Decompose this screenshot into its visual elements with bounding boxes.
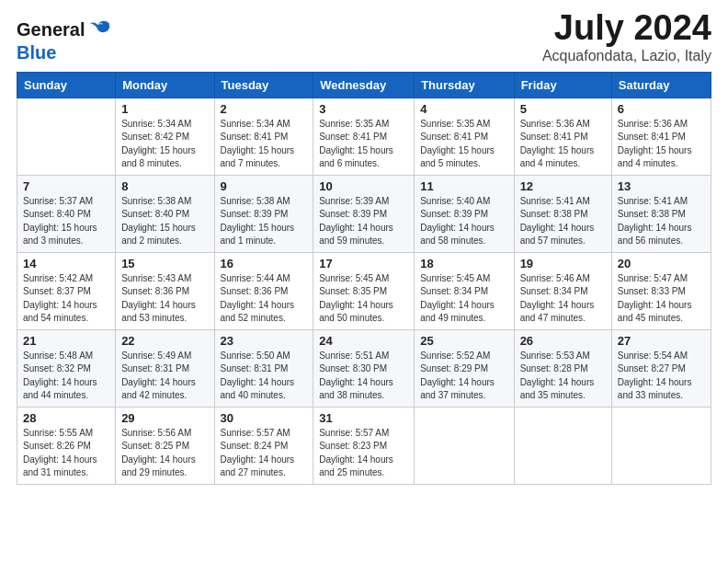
day-number: 16 (221, 257, 308, 270)
day-number: 4 (420, 102, 507, 116)
day-number: 15 (121, 257, 208, 270)
day-info: Sunrise: 5:51 AMSunset: 8:30 PMDaylight:… (319, 350, 408, 403)
day-number: 29 (121, 411, 208, 425)
day-number: 10 (319, 179, 408, 193)
calendar-cell: 8Sunrise: 5:38 AMSunset: 8:40 PMDaylight… (116, 175, 214, 252)
day-info: Sunrise: 5:43 AMSunset: 8:36 PMDaylight:… (121, 272, 208, 326)
calendar-cell: 22Sunrise: 5:49 AMSunset: 8:31 PMDayligh… (116, 329, 214, 407)
title-block: July 2024 Acquafondata, Lazio, Italy (542, 9, 711, 64)
day-info: Sunrise: 5:55 AMSunset: 8:26 PMDaylight:… (23, 427, 109, 480)
day-number: 21 (23, 334, 109, 348)
calendar-cell: 30Sunrise: 5:57 AMSunset: 8:24 PMDayligh… (214, 407, 313, 484)
calendar-cell: 12Sunrise: 5:41 AMSunset: 8:38 PMDayligh… (514, 175, 611, 252)
day-info: Sunrise: 5:45 AMSunset: 8:34 PMDaylight:… (420, 272, 507, 326)
day-number: 19 (520, 257, 606, 270)
calendar-cell: 15Sunrise: 5:43 AMSunset: 8:36 PMDayligh… (116, 252, 214, 329)
calendar-cell: 23Sunrise: 5:50 AMSunset: 8:31 PMDayligh… (214, 329, 313, 407)
calendar-header-row: Sunday Monday Tuesday Wednesday Thursday… (17, 72, 711, 98)
calendar-cell: 2Sunrise: 5:34 AMSunset: 8:41 PMDaylight… (214, 98, 313, 175)
calendar-week-row-2: 7Sunrise: 5:37 AMSunset: 8:40 PMDaylight… (17, 175, 711, 252)
col-tuesday: Tuesday (214, 72, 313, 98)
day-info: Sunrise: 5:37 AMSunset: 8:40 PMDaylight:… (23, 195, 109, 248)
day-info: Sunrise: 5:41 AMSunset: 8:38 PMDaylight:… (520, 195, 606, 248)
logo-blue-text: Blue (17, 42, 112, 63)
day-number: 24 (319, 334, 408, 348)
day-info: Sunrise: 5:39 AMSunset: 8:39 PMDaylight:… (319, 195, 408, 248)
calendar-cell: 1Sunrise: 5:34 AMSunset: 8:42 PMDaylight… (116, 98, 214, 175)
day-number: 11 (420, 179, 507, 193)
calendar-cell: 10Sunrise: 5:39 AMSunset: 8:39 PMDayligh… (313, 175, 415, 252)
calendar-cell: 25Sunrise: 5:52 AMSunset: 8:29 PMDayligh… (415, 329, 514, 407)
calendar-cell: 19Sunrise: 5:46 AMSunset: 8:34 PMDayligh… (514, 252, 611, 329)
calendar-cell: 18Sunrise: 5:45 AMSunset: 8:34 PMDayligh… (415, 252, 514, 329)
calendar-cell (415, 407, 514, 484)
calendar-cell: 24Sunrise: 5:51 AMSunset: 8:30 PMDayligh… (313, 329, 415, 407)
day-info: Sunrise: 5:38 AMSunset: 8:40 PMDaylight:… (121, 195, 208, 248)
day-number: 9 (221, 179, 308, 193)
day-info: Sunrise: 5:34 AMSunset: 8:41 PMDaylight:… (221, 118, 308, 171)
day-info: Sunrise: 5:52 AMSunset: 8:29 PMDaylight:… (420, 350, 507, 403)
day-info: Sunrise: 5:41 AMSunset: 8:38 PMDaylight:… (618, 195, 705, 248)
day-info: Sunrise: 5:56 AMSunset: 8:25 PMDaylight:… (121, 427, 208, 480)
calendar-cell: 4Sunrise: 5:35 AMSunset: 8:41 PMDaylight… (415, 98, 514, 175)
day-number: 6 (618, 102, 705, 116)
calendar-cell (611, 407, 711, 484)
day-number: 3 (319, 102, 408, 116)
day-number: 20 (618, 257, 705, 270)
col-thursday: Thursday (415, 72, 514, 98)
calendar-cell (17, 98, 116, 175)
month-title: July 2024 (542, 9, 711, 48)
day-number: 28 (23, 411, 109, 425)
day-number: 13 (618, 179, 705, 193)
day-number: 22 (121, 334, 208, 348)
calendar-cell: 27Sunrise: 5:54 AMSunset: 8:27 PMDayligh… (611, 329, 711, 407)
col-sunday: Sunday (17, 72, 116, 98)
day-number: 25 (420, 334, 507, 348)
day-info: Sunrise: 5:49 AMSunset: 8:31 PMDaylight:… (121, 350, 208, 403)
day-info: Sunrise: 5:36 AMSunset: 8:41 PMDaylight:… (618, 118, 705, 171)
day-info: Sunrise: 5:57 AMSunset: 8:24 PMDaylight:… (221, 427, 308, 480)
day-info: Sunrise: 5:48 AMSunset: 8:32 PMDaylight:… (23, 350, 109, 403)
calendar-cell: 31Sunrise: 5:57 AMSunset: 8:23 PMDayligh… (313, 407, 415, 484)
day-number: 30 (221, 411, 308, 425)
calendar-week-row-3: 14Sunrise: 5:42 AMSunset: 8:37 PMDayligh… (17, 252, 711, 329)
day-number: 8 (121, 179, 208, 193)
calendar-week-row-5: 28Sunrise: 5:55 AMSunset: 8:26 PMDayligh… (17, 407, 711, 484)
col-monday: Monday (116, 72, 214, 98)
day-number: 14 (23, 257, 109, 270)
calendar-cell: 16Sunrise: 5:44 AMSunset: 8:36 PMDayligh… (214, 252, 313, 329)
header: General Blue July 2024 Acquafondata, Laz… (17, 9, 711, 64)
calendar-cell: 6Sunrise: 5:36 AMSunset: 8:41 PMDaylight… (611, 98, 711, 175)
calendar-cell: 20Sunrise: 5:47 AMSunset: 8:33 PMDayligh… (611, 252, 711, 329)
calendar-week-row-1: 1Sunrise: 5:34 AMSunset: 8:42 PMDaylight… (17, 98, 711, 175)
calendar-cell: 29Sunrise: 5:56 AMSunset: 8:25 PMDayligh… (116, 407, 214, 484)
day-number: 5 (520, 102, 606, 116)
day-number: 7 (23, 179, 109, 193)
calendar-cell: 13Sunrise: 5:41 AMSunset: 8:38 PMDayligh… (611, 175, 711, 252)
day-info: Sunrise: 5:44 AMSunset: 8:36 PMDaylight:… (221, 272, 308, 326)
day-number: 27 (618, 334, 705, 348)
calendar-cell: 14Sunrise: 5:42 AMSunset: 8:37 PMDayligh… (17, 252, 116, 329)
day-number: 18 (420, 257, 507, 270)
calendar-cell: 26Sunrise: 5:53 AMSunset: 8:28 PMDayligh… (514, 329, 611, 407)
day-info: Sunrise: 5:40 AMSunset: 8:39 PMDaylight:… (420, 195, 507, 248)
logo-general-text: General (17, 19, 85, 40)
calendar-cell: 17Sunrise: 5:45 AMSunset: 8:35 PMDayligh… (313, 252, 415, 329)
day-info: Sunrise: 5:35 AMSunset: 8:41 PMDaylight:… (420, 118, 507, 171)
day-number: 12 (520, 179, 606, 193)
day-info: Sunrise: 5:54 AMSunset: 8:27 PMDaylight:… (618, 350, 705, 403)
calendar-cell: 5Sunrise: 5:36 AMSunset: 8:41 PMDaylight… (514, 98, 611, 175)
day-info: Sunrise: 5:36 AMSunset: 8:41 PMDaylight:… (520, 118, 606, 171)
calendar-cell: 28Sunrise: 5:55 AMSunset: 8:26 PMDayligh… (17, 407, 116, 484)
calendar-cell: 9Sunrise: 5:38 AMSunset: 8:39 PMDaylight… (214, 175, 313, 252)
calendar-cell (514, 407, 611, 484)
calendar-cell: 11Sunrise: 5:40 AMSunset: 8:39 PMDayligh… (415, 175, 514, 252)
calendar-week-row-4: 21Sunrise: 5:48 AMSunset: 8:32 PMDayligh… (17, 329, 711, 407)
calendar-cell: 7Sunrise: 5:37 AMSunset: 8:40 PMDaylight… (17, 175, 116, 252)
day-number: 23 (221, 334, 308, 348)
day-info: Sunrise: 5:57 AMSunset: 8:23 PMDaylight:… (319, 427, 408, 480)
day-info: Sunrise: 5:45 AMSunset: 8:35 PMDaylight:… (319, 272, 408, 326)
day-info: Sunrise: 5:35 AMSunset: 8:41 PMDaylight:… (319, 118, 408, 171)
day-number: 17 (319, 257, 408, 270)
col-wednesday: Wednesday (313, 72, 415, 98)
